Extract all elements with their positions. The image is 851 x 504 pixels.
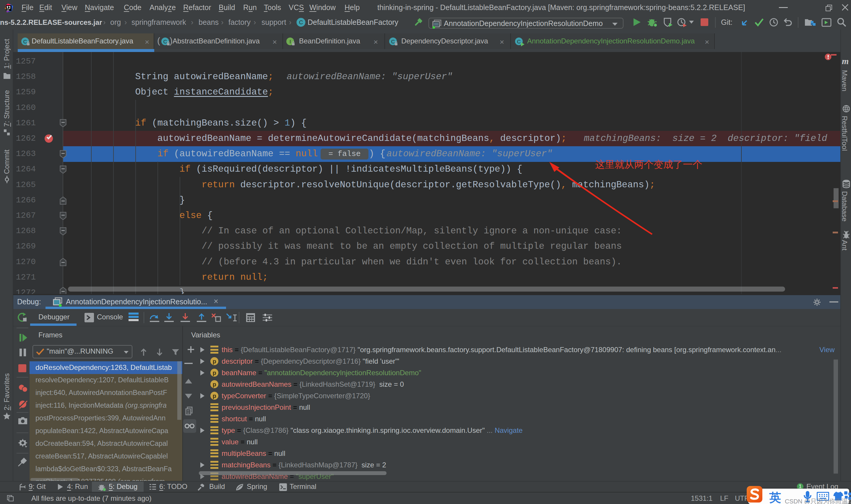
svg-text:C: C: [163, 39, 167, 44]
svg-text:C: C: [299, 19, 303, 25]
svg-text:C: C: [391, 39, 395, 44]
svg-text:I: I: [290, 39, 291, 44]
svg-text:C: C: [517, 39, 521, 44]
svg-text:C: C: [23, 39, 27, 44]
